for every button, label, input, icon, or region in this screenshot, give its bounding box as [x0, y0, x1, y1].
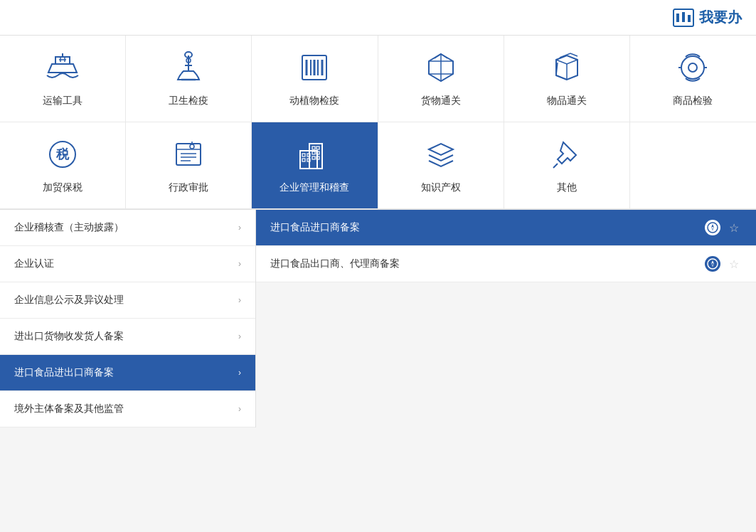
- svg-rect-40: [312, 147, 315, 149]
- animal-plant-label: 动植物检疫: [289, 95, 339, 107]
- chevron-icon-cert: ›: [238, 259, 241, 269]
- menu-item-cert[interactable]: 企业认证 ›: [0, 246, 255, 282]
- cargo-customs-label: 货物通关: [421, 95, 461, 107]
- svg-rect-47: [302, 159, 305, 161]
- menu-item-food-import[interactable]: 进口食品进出口商备案 ›: [0, 355, 255, 391]
- box-icon: [423, 50, 459, 87]
- logo-icon: [672, 8, 695, 28]
- svg-rect-2: [682, 12, 685, 22]
- grid-cell-goods-customs[interactable]: 物品通关: [504, 36, 630, 122]
- star-icon-1[interactable]: ☆: [726, 220, 742, 235]
- grid-cell-ip[interactable]: 知识产权: [378, 122, 504, 209]
- food-export-reg-label: 进口食品出口商、代理商备案: [270, 257, 400, 270]
- svg-marker-55: [711, 260, 714, 264]
- menu-item-overseas[interactable]: 境外主体备案及其他监管 ›: [0, 391, 255, 427]
- compass-icon-2[interactable]: [705, 256, 720, 272]
- svg-marker-53: [711, 228, 714, 231]
- menu-item-filing[interactable]: 进出口货物收发货人备案 ›: [0, 319, 255, 355]
- svg-text:税: 税: [55, 147, 70, 161]
- svg-rect-3: [688, 15, 691, 22]
- logo: 我要办: [672, 8, 742, 28]
- item-actions-2: ☆: [705, 256, 742, 272]
- top-grid: 运输工具 卫生检疫 动植物检疫: [0, 36, 756, 210]
- svg-rect-44: [312, 156, 315, 159]
- pin-icon: [549, 137, 585, 174]
- svg-rect-30: [176, 144, 201, 165]
- star-icon-2[interactable]: ☆: [726, 256, 742, 272]
- barcode-icon: [297, 50, 332, 87]
- content-item-food-export-reg[interactable]: 进口食品出口商、代理商备案 ☆: [256, 246, 756, 282]
- grid-cell-enterprise[interactable]: 企业管理和稽查: [252, 122, 378, 209]
- svg-point-25: [688, 63, 697, 72]
- food-import-reg-label: 进口食品进口商备案: [270, 221, 360, 234]
- grid-cell-tax[interactable]: 税 加贸保税: [0, 122, 126, 209]
- enterprise-label: 企业管理和稽查: [279, 181, 349, 194]
- grid-cell-cargo-customs[interactable]: 货物通关: [378, 36, 504, 122]
- svg-marker-56: [711, 264, 714, 267]
- cube-icon: [549, 50, 585, 87]
- svg-rect-1: [676, 14, 679, 22]
- bottom-section: 企业稽核查（主动披露） › 企业认证 › 企业信息公示及异议处理 › 进出口货物…: [0, 210, 756, 427]
- grid-cell-transport[interactable]: 运输工具: [0, 36, 126, 122]
- health-label: 卫生检疫: [169, 95, 208, 107]
- left-menu: 企业稽核查（主动披露） › 企业认证 › 企业信息公示及异议处理 › 进出口货物…: [0, 210, 256, 427]
- svg-marker-52: [711, 224, 714, 228]
- chevron-icon-audit: ›: [238, 223, 241, 233]
- grid-cell-inspection[interactable]: 商品检验: [630, 36, 756, 122]
- grid-cell-admin[interactable]: 行政审批: [126, 122, 252, 209]
- tax-icon: 税: [45, 137, 80, 174]
- svg-point-24: [681, 56, 704, 79]
- eye-scan-icon: [675, 50, 710, 87]
- svg-rect-4: [55, 57, 70, 64]
- header: 我要办: [0, 0, 756, 36]
- content-item-food-import-reg[interactable]: 进口食品进口商备案 ☆: [256, 210, 756, 246]
- microscope-icon: [171, 50, 206, 87]
- compass-icon-1[interactable]: [705, 220, 720, 235]
- svg-line-50: [553, 164, 558, 168]
- grid-cell-health[interactable]: 卫生检疫: [126, 36, 252, 122]
- item-actions-1: ☆: [705, 220, 742, 235]
- ship-icon: [45, 50, 80, 87]
- admin-icon: [171, 137, 206, 174]
- svg-rect-38: [309, 144, 322, 169]
- tax-label: 加贸保税: [43, 181, 82, 194]
- grid-cell-empty: [630, 122, 756, 209]
- layers-icon: [423, 137, 459, 174]
- chevron-icon-food: ›: [238, 368, 241, 378]
- grid-cell-other[interactable]: 其他: [504, 122, 630, 209]
- inspection-label: 商品检验: [673, 95, 713, 107]
- right-content: 进口食品进口商备案 ☆ 进口食品出口商、代理商备案: [256, 210, 756, 427]
- chevron-icon-info: ›: [238, 295, 241, 305]
- grid-cell-animal-plant[interactable]: 动植物检疫: [252, 36, 378, 122]
- chevron-icon-filing: ›: [238, 331, 241, 341]
- menu-item-info[interactable]: 企业信息公示及异议处理 ›: [0, 282, 255, 319]
- goods-customs-label: 物品通关: [547, 95, 587, 107]
- other-label: 其他: [557, 181, 577, 194]
- svg-rect-46: [302, 154, 305, 156]
- svg-rect-41: [316, 147, 319, 149]
- chevron-icon-overseas: ›: [238, 404, 241, 414]
- svg-point-35: [190, 144, 194, 149]
- menu-item-audit[interactable]: 企业稽核查（主动披露） ›: [0, 210, 255, 246]
- transport-label: 运输工具: [43, 95, 82, 107]
- ip-label: 知识产权: [421, 181, 461, 194]
- building-icon: [297, 137, 332, 174]
- svg-rect-42: [312, 151, 315, 154]
- logo-text: 我要办: [699, 8, 742, 27]
- admin-label: 行政审批: [169, 181, 208, 194]
